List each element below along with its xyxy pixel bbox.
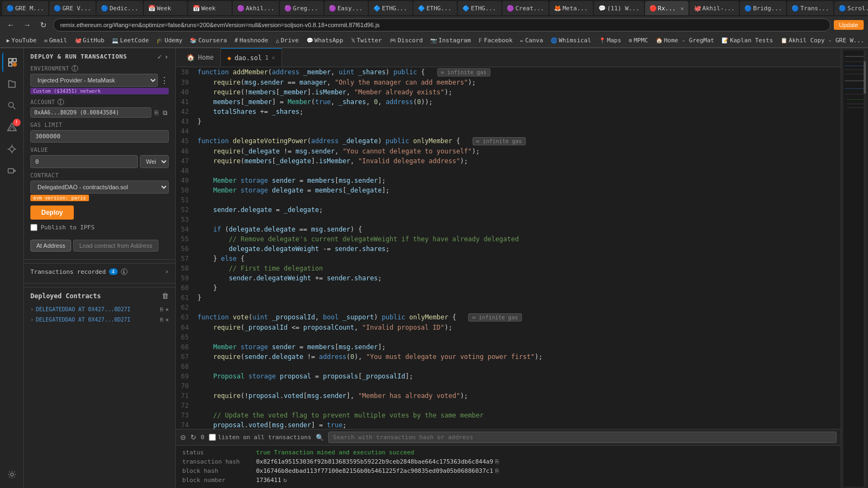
tab-gre1[interactable]: 🔵 GRE M...	[2, 1, 48, 15]
bookmark-canva[interactable]: ✏ Canva	[517, 36, 546, 45]
copy-contract-icon-2[interactable]: ⎘	[160, 317, 163, 323]
account-info-icon[interactable]: i	[58, 99, 64, 105]
value-input[interactable]	[30, 155, 138, 168]
bookmark-whatsapp[interactable]: 💬 WhatsApp	[303, 36, 347, 45]
youtube-icon: ▶	[7, 37, 10, 43]
environment-label: ENVIRONMENT i	[30, 65, 169, 72]
external-link-button[interactable]: ⧉	[162, 108, 169, 118]
code-line-46: 46 require(_delegate != msg.sender, "You…	[176, 146, 841, 156]
bookmark-udemy[interactable]: 🎓 Udemy	[153, 36, 186, 45]
load-contract-button[interactable]: Load contract from Address	[73, 240, 158, 252]
clear-tx-button[interactable]: ⊝	[180, 433, 186, 441]
tab-home[interactable]: 🏠 Home	[180, 48, 221, 67]
tab-scroll[interactable]: 🔵 Scrol...	[834, 1, 868, 15]
delete-contract-icon-2[interactable]: ✕	[165, 317, 169, 323]
editor-tab-close-icon[interactable]: ✕	[272, 54, 276, 61]
tab-close-icon[interactable]: ✕	[681, 5, 684, 11]
tab-whatsapp[interactable]: 💬 (11) W...	[594, 1, 644, 15]
bookmark-facebook[interactable]: 𝔽 Facebook	[475, 36, 516, 45]
panel-header: DEPLOY & RUN TRANSACTIONS ✓ ›	[24, 48, 175, 65]
whimsical-icon: 🌀	[551, 37, 557, 43]
scroll-tx-button[interactable]: ↻	[190, 433, 196, 441]
tab-akhil2[interactable]: 🐙 Akhil-...	[690, 1, 739, 15]
account-input[interactable]	[30, 107, 151, 118]
bookmark-twitter[interactable]: 𝕏 Twitter	[348, 36, 385, 45]
tab-favicon-akhil2: 🐙	[694, 5, 700, 11]
refresh-button[interactable]: ↻	[37, 18, 50, 31]
tab-easy[interactable]: 🟣 Easy...	[324, 1, 368, 15]
tx-hash-row: transaction hash 0x82f61a95153036f92b813…	[182, 457, 834, 466]
tab-creat[interactable]: 🟣 Creat...	[502, 1, 548, 15]
tab-week1[interactable]: 📅 Week	[144, 1, 187, 15]
code-line-48: 48	[176, 166, 841, 176]
forward-button[interactable]: →	[21, 18, 34, 31]
tab-meta[interactable]: 🦊 Meta...	[550, 1, 593, 15]
search-tx-input[interactable]	[328, 432, 837, 443]
tx-info-icon[interactable]: i	[121, 268, 127, 275]
environment-options-icon[interactable]: ⋮	[160, 75, 169, 86]
publish-ipfs-checkbox[interactable]	[30, 224, 37, 231]
bookmark-kaplan[interactable]: 📝 Kaplan Tests	[718, 36, 776, 45]
transactions-header[interactable]: Transactions recorded 4 i ›	[30, 268, 169, 275]
environment-info-icon[interactable]: i	[72, 65, 78, 72]
expand-icon[interactable]: ›	[164, 53, 169, 61]
tab-dedic[interactable]: 🔵 Dedic...	[97, 1, 143, 15]
contract-select[interactable]: DelegatedDAO - contracts/dao.sol	[30, 181, 169, 194]
bookmark-coursera[interactable]: 📚 Coursera	[187, 36, 230, 45]
delete-contract-icon-1[interactable]: ✕	[165, 306, 169, 312]
address-bar[interactable]	[53, 18, 831, 31]
copy-contract-icon-1[interactable]: ⎘	[160, 306, 163, 312]
deploy-button[interactable]: Deploy	[30, 206, 74, 220]
refresh-block-icon[interactable]: ↻	[283, 477, 287, 484]
tab-akhil1[interactable]: 🟣 Akhil...	[233, 1, 279, 15]
at-address-button[interactable]: At Address	[30, 240, 71, 252]
bookmark-mpmc[interactable]: ⚙ MPMC	[626, 36, 652, 45]
status-value: true Transaction mined and execution suc…	[256, 449, 414, 456]
tab-favicon-remix: 🔴	[649, 5, 656, 11]
tab-ethg3[interactable]: 🔷 ETHG...	[458, 1, 501, 15]
tab-week2[interactable]: 📅 Week	[188, 1, 232, 15]
sidebar-icon-settings[interactable]	[2, 465, 22, 484]
bookmark-gregmat[interactable]: 🏠 Home - GregMat	[653, 36, 718, 45]
tab-remix-active[interactable]: 🔴 Rx... ✕	[645, 1, 688, 15]
tx-expand-icon[interactable]: ›	[165, 268, 169, 275]
copy-tx-hash-icon[interactable]: ⎘	[495, 458, 499, 465]
bookmark-discord[interactable]: 🎮 Discord	[386, 36, 426, 45]
tab-gre2[interactable]: 🔵 GRE V...	[49, 1, 95, 15]
gas-limit-input[interactable]	[30, 130, 169, 143]
coursera-icon: 📚	[190, 37, 196, 43]
tab-dao-sol[interactable]: ◆ dao.sol 1 ✕	[221, 48, 282, 67]
deployed-contract-item-1[interactable]: › DELEGATEDDAO AT 0X427...0D27I ⎘ ✕	[30, 304, 169, 314]
sidebar-icon-plugin[interactable]	[2, 161, 22, 181]
back-button[interactable]: ←	[4, 18, 17, 31]
sidebar-icon-filebrowser[interactable]	[2, 74, 22, 94]
environment-select[interactable]: Injected Provider - MetaMask	[30, 74, 158, 87]
code-editor[interactable]: 38 function addMember(address _member, u…	[176, 67, 841, 429]
tab-greg[interactable]: 🟣 Greg...	[280, 1, 323, 15]
delete-all-icon[interactable]: 🗑	[162, 292, 169, 300]
bookmark-maps[interactable]: 📍 Maps	[596, 36, 625, 45]
deployed-contract-item-2[interactable]: › DELEGATEDDAO AT 0X427...0D27I ⎘ ✕	[30, 314, 169, 325]
bookmark-whimsical[interactable]: 🌀 Whimsical	[547, 36, 595, 45]
sidebar-icon-deploy[interactable]	[2, 53, 22, 72]
update-button[interactable]: Update	[834, 20, 864, 30]
sidebar-icon-solidity[interactable]: !	[2, 118, 22, 137]
tab-ethg1[interactable]: 🔷 ETHG...	[369, 1, 412, 15]
bookmark-hashnode[interactable]: # Hashnode	[231, 36, 271, 45]
tab-trans[interactable]: 🔵 Trans...	[787, 1, 833, 15]
unit-select[interactable]: Wei	[140, 155, 169, 168]
bookmark-youtube[interactable]: ▶ YouTube	[3, 36, 40, 45]
copy-account-button[interactable]: ⎘	[154, 108, 159, 118]
copy-block-hash-icon[interactable]: ⎘	[495, 467, 499, 474]
bookmark-github[interactable]: 🐙 GitHub	[72, 36, 108, 45]
bookmark-drive[interactable]: △ Drive	[272, 36, 302, 45]
sidebar-icon-search[interactable]	[2, 96, 22, 115]
tab-bridg[interactable]: 🔵 Bridg...	[740, 1, 786, 15]
sidebar-icon-debug[interactable]	[2, 139, 22, 159]
bookmark-gmail[interactable]: ✉ Gmail	[41, 36, 70, 45]
tab-ethg2[interactable]: 🔷 ETHG...	[413, 1, 457, 15]
bookmark-leetcode[interactable]: 💻 LeetCode	[108, 36, 152, 45]
bookmark-instagram[interactable]: 📷 Instagram	[427, 36, 474, 45]
bookmark-akhilcopy[interactable]: 📋 Akhil Copy - GRE W...	[777, 36, 867, 45]
listen-checkbox[interactable]	[209, 434, 216, 441]
